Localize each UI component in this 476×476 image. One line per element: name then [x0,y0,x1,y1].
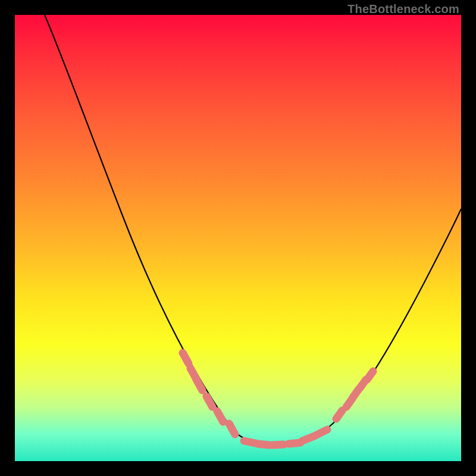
svg-line-2 [196,380,202,390]
plot-area [15,15,461,461]
svg-line-16 [367,371,373,380]
attribution-text: TheBottleneck.com [347,2,459,16]
marker-cluster-left [183,353,235,434]
svg-line-5 [229,424,235,434]
chart-frame: TheBottleneck.com [0,0,476,476]
svg-line-7 [258,444,270,445]
svg-line-8 [272,444,284,445]
bottleneck-curve [45,15,461,444]
svg-line-4 [217,411,223,422]
svg-line-0 [183,353,189,364]
svg-line-9 [289,443,300,444]
svg-line-12 [336,411,342,419]
chart-svg [15,15,461,461]
svg-line-3 [206,396,212,407]
marker-cluster-right [336,371,373,419]
marker-cluster-flat [244,430,327,445]
svg-line-11 [315,430,327,436]
